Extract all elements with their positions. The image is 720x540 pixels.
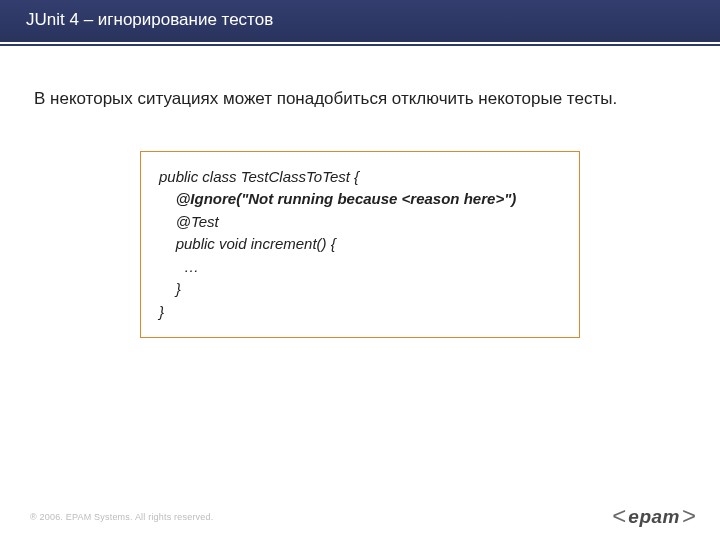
code-example: public class TestClassToTest { @Ignore("…: [140, 151, 580, 339]
code-line: }: [159, 278, 563, 301]
code-line: @Test: [159, 211, 563, 234]
slide-title: JUnit 4 – игнорирование тестов: [0, 0, 720, 42]
angle-left-icon: <: [612, 504, 626, 528]
code-line: @Ignore("Not running because <reason her…: [159, 188, 563, 211]
logo: < epam >: [612, 504, 696, 528]
body-paragraph: В некоторых ситуациях может понадобиться…: [0, 68, 720, 111]
footer-copyright: ® 2006. EPAM Systems. All rights reserve…: [30, 512, 213, 522]
code-line: public class TestClassToTest {: [159, 166, 563, 189]
code-line: public void increment() {: [159, 233, 563, 256]
code-line: …: [159, 256, 563, 279]
code-line: }: [159, 301, 563, 324]
angle-right-icon: >: [682, 504, 696, 528]
logo-text: epam: [628, 506, 680, 528]
